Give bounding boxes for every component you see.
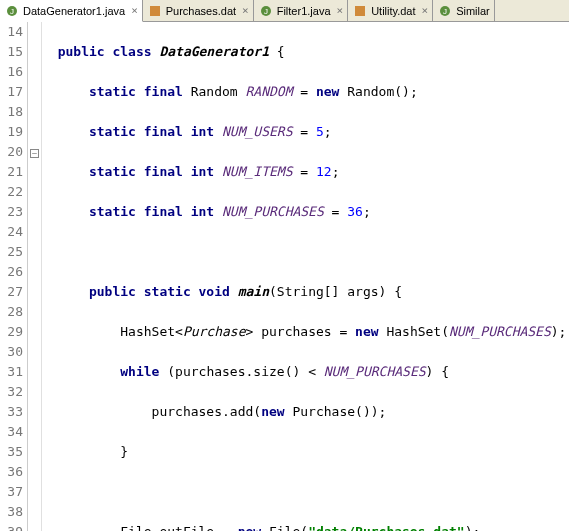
code-line[interactable]: public static void main(String[] args) { xyxy=(42,282,569,302)
close-icon[interactable]: × xyxy=(422,4,429,17)
line-number: 39 xyxy=(0,522,23,531)
data-file-icon xyxy=(353,4,367,18)
code-line[interactable]: while (purchases.size() < NUM_PURCHASES)… xyxy=(42,362,569,382)
tab-datagenerator1[interactable]: J DataGenerator1.java × xyxy=(0,0,143,22)
code-area[interactable]: public class DataGenerator1 { static fin… xyxy=(42,22,569,531)
svg-rect-2 xyxy=(150,6,160,16)
line-number: 22 xyxy=(0,182,23,202)
line-number-gutter: 14 15 16 17 18 19 20 21 22 23 24 25 26 2… xyxy=(0,22,28,531)
close-icon[interactable]: × xyxy=(131,4,138,17)
line-number: 29 xyxy=(0,322,23,342)
java-file-icon: J xyxy=(5,4,19,18)
line-number: 33 xyxy=(0,402,23,422)
line-number: 16 xyxy=(0,62,23,82)
line-number: 20 xyxy=(0,142,23,162)
tab-similar[interactable]: J Similar xyxy=(433,0,495,21)
code-line[interactable]: } xyxy=(42,442,569,462)
line-number: 24 xyxy=(0,222,23,242)
code-line[interactable] xyxy=(42,482,569,502)
fold-column: − + xyxy=(28,22,42,531)
close-icon[interactable]: × xyxy=(337,4,344,17)
code-line[interactable]: static final int NUM_USERS = 5; xyxy=(42,122,569,142)
code-line[interactable] xyxy=(42,242,569,262)
tab-label: DataGenerator1.java xyxy=(23,5,125,17)
tab-label: Purchases.dat xyxy=(166,5,236,17)
line-number: 28 xyxy=(0,302,23,322)
line-number: 18 xyxy=(0,102,23,122)
line-number: 37 xyxy=(0,482,23,502)
line-number: 35 xyxy=(0,442,23,462)
code-line[interactable]: purchases.add(new Purchase()); xyxy=(42,402,569,422)
java-file-icon: J xyxy=(438,4,452,18)
svg-rect-5 xyxy=(355,6,365,16)
tab-label: Similar xyxy=(456,5,490,17)
tab-utility-dat[interactable]: Utility.dat × xyxy=(348,0,433,21)
line-number: 21 xyxy=(0,162,23,182)
line-number: 34 xyxy=(0,422,23,442)
code-line[interactable]: File outFile = new File("data/Purchases.… xyxy=(42,522,569,531)
line-number: 17 xyxy=(0,82,23,102)
code-line[interactable]: static final int NUM_PURCHASES = 36; xyxy=(42,202,569,222)
tab-filter1[interactable]: J Filter1.java × xyxy=(254,0,348,21)
line-number: 26 xyxy=(0,262,23,282)
line-number: 30 xyxy=(0,342,23,362)
line-number: 14 xyxy=(0,22,23,42)
code-line[interactable]: public class DataGenerator1 { xyxy=(42,42,569,62)
svg-text:J: J xyxy=(264,7,268,16)
fold-toggle-collapse-icon[interactable]: − xyxy=(30,149,39,158)
code-line[interactable]: static final int NUM_ITEMS = 12; xyxy=(42,162,569,182)
close-icon[interactable]: × xyxy=(242,4,249,17)
line-number: 31 xyxy=(0,362,23,382)
tab-label: Filter1.java xyxy=(277,5,331,17)
line-number: 27 xyxy=(0,282,23,302)
svg-text:J: J xyxy=(443,7,447,16)
line-number: 23 xyxy=(0,202,23,222)
editor-tab-strip: J DataGenerator1.java × Purchases.dat × … xyxy=(0,0,569,22)
code-line[interactable]: HashSet<Purchase> purchases = new HashSe… xyxy=(42,322,569,342)
line-number: 19 xyxy=(0,122,23,142)
svg-text:J: J xyxy=(10,7,14,16)
tab-purchases-dat[interactable]: Purchases.dat × xyxy=(143,0,254,21)
tab-label: Utility.dat xyxy=(371,5,415,17)
line-number: 25 xyxy=(0,242,23,262)
line-number: 36 xyxy=(0,462,23,482)
line-number: 15 xyxy=(0,42,23,62)
data-file-icon xyxy=(148,4,162,18)
java-file-icon: J xyxy=(259,4,273,18)
code-line[interactable]: static final Random RANDOM = new Random(… xyxy=(42,82,569,102)
line-number: 32 xyxy=(0,382,23,402)
code-editor[interactable]: 14 15 16 17 18 19 20 21 22 23 24 25 26 2… xyxy=(0,22,569,531)
line-number: 38 xyxy=(0,502,23,522)
